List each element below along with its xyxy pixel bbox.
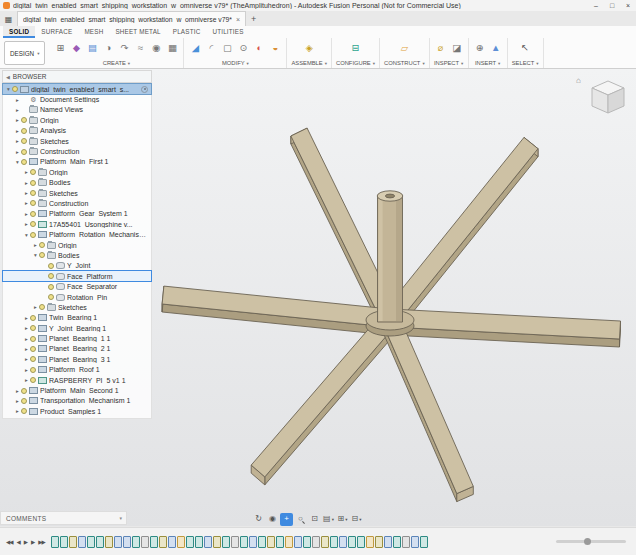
document-tab[interactable]: digital_twin_enabled_smart_shipping_work… bbox=[17, 11, 246, 26]
visibility-bulb-icon[interactable] bbox=[39, 304, 45, 310]
activate-component-radio[interactable] bbox=[141, 86, 148, 93]
timeline-go-to-end-button[interactable]: ▶▶ bbox=[36, 539, 46, 545]
timeline-feature-36[interactable] bbox=[375, 536, 383, 548]
timeline-feature-40[interactable] bbox=[411, 536, 419, 548]
visibility-bulb-icon[interactable] bbox=[30, 336, 36, 342]
browser-item-planet-bearing-2-1[interactable]: ▸Planet_Bearing_2 1 bbox=[3, 344, 151, 354]
timeline-feature-24[interactable] bbox=[267, 536, 275, 548]
timeline-play-button[interactable]: ▶ bbox=[22, 539, 29, 545]
visibility-bulb-icon[interactable] bbox=[21, 398, 27, 404]
timeline-feature-7[interactable] bbox=[114, 536, 122, 548]
timeline-feature-0[interactable] bbox=[51, 536, 59, 548]
timeline-feature-10[interactable] bbox=[141, 536, 149, 548]
tree-collapsed-arrow-icon[interactable]: ▸ bbox=[23, 336, 30, 342]
visibility-bulb-icon[interactable] bbox=[21, 117, 27, 123]
visibility-bulb-icon[interactable] bbox=[21, 159, 27, 165]
browser-item-digital-twin-enabled-smart-s[interactable]: ▾digital_twin_enabled_smart_s... bbox=[3, 84, 151, 94]
tree-collapsed-arrow-icon[interactable]: ▸ bbox=[32, 304, 39, 310]
timeline-zoom-slider[interactable] bbox=[556, 540, 626, 543]
tree-collapsed-arrow-icon[interactable]: ▸ bbox=[23, 180, 30, 186]
ribbon-tab-plastic[interactable]: PLASTIC bbox=[167, 26, 207, 38]
tree-collapsed-arrow-icon[interactable]: ▸ bbox=[14, 128, 21, 134]
timeline-feature-23[interactable] bbox=[258, 536, 266, 548]
visibility-bulb-icon[interactable] bbox=[39, 252, 45, 258]
create-form-icon[interactable]: ◆ bbox=[69, 41, 83, 55]
visibility-bulb-icon[interactable] bbox=[30, 190, 36, 196]
timeline-feature-41[interactable] bbox=[420, 536, 428, 548]
browser-item-platform-main-second-1[interactable]: ▸Platform_Main_Second 1 bbox=[3, 385, 151, 395]
insert-derive-icon[interactable]: ⊕ bbox=[473, 41, 487, 55]
timeline-feature-9[interactable] bbox=[132, 536, 140, 548]
chevron-down-icon[interactable]: ▾ bbox=[373, 61, 375, 66]
chevron-down-icon[interactable]: ▾ bbox=[422, 61, 424, 66]
browser-item-sketches[interactable]: ▸Sketches bbox=[3, 188, 151, 198]
timeline-feature-22[interactable] bbox=[249, 536, 257, 548]
timeline-feature-32[interactable] bbox=[339, 536, 347, 548]
visibility-bulb-icon[interactable] bbox=[39, 242, 45, 248]
chevron-down-icon[interactable]: ▾ bbox=[461, 61, 463, 66]
browser-item-twin-bearing-1[interactable]: ▸Twin_Bearing 1 bbox=[3, 313, 151, 323]
browser-item-y-joint[interactable]: Y_Joint bbox=[3, 261, 151, 271]
select-cursor-icon[interactable]: ↖ bbox=[518, 41, 532, 55]
timeline-feature-6[interactable] bbox=[105, 536, 113, 548]
browser-item-platform-rotation-mechanism-1[interactable]: ▾Platform_Rotation_Mechanism 1 bbox=[3, 229, 151, 239]
browser-item-sketches[interactable]: ▸Sketches bbox=[3, 302, 151, 312]
timeline-feature-5[interactable] bbox=[96, 536, 104, 548]
chevron-down-icon[interactable]: ▾ bbox=[536, 61, 538, 66]
browser-item-origin[interactable]: ▸Origin bbox=[3, 115, 151, 125]
timeline-feature-13[interactable] bbox=[168, 536, 176, 548]
tree-collapsed-arrow-icon[interactable]: ▸ bbox=[14, 97, 21, 103]
nav-fit-button[interactable]: ⊡ bbox=[308, 513, 321, 526]
tab-close-icon[interactable]: × bbox=[236, 16, 240, 23]
visibility-bulb-icon[interactable] bbox=[30, 356, 36, 362]
browser-item-planet-bearing-1-1[interactable]: ▸Planet_Bearing_1 1 bbox=[3, 333, 151, 343]
tree-collapsed-arrow-icon[interactable]: ▸ bbox=[14, 107, 21, 113]
tree-collapsed-arrow-icon[interactable]: ▸ bbox=[23, 325, 30, 331]
browser-item-bodies[interactable]: ▾Bodies bbox=[3, 250, 151, 260]
timeline-feature-3[interactable] bbox=[78, 536, 86, 548]
timeline-feature-14[interactable] bbox=[177, 536, 185, 548]
tree-collapsed-arrow-icon[interactable]: ▸ bbox=[23, 346, 30, 352]
minimize-button[interactable]: – bbox=[588, 0, 604, 11]
visibility-bulb-icon[interactable] bbox=[30, 346, 36, 352]
timeline-feature-27[interactable] bbox=[294, 536, 302, 548]
tree-collapsed-arrow-icon[interactable]: ▸ bbox=[32, 242, 39, 248]
comments-bar[interactable]: COMMENTS ▾ bbox=[0, 511, 127, 525]
section-analysis-icon[interactable]: ◪ bbox=[450, 41, 464, 55]
fillet-icon[interactable]: ◜ bbox=[204, 41, 218, 55]
press-pull-icon[interactable]: ◢ bbox=[188, 41, 202, 55]
browser-item-construction[interactable]: ▸Construction bbox=[3, 146, 151, 156]
visibility-bulb-icon[interactable] bbox=[30, 180, 36, 186]
browser-item-planet-bearing-3-1[interactable]: ▸Planet_Bearing_3 1 bbox=[3, 354, 151, 364]
insert-mesh-icon[interactable]: ▲ bbox=[489, 41, 503, 55]
browser-item-bodies[interactable]: ▸Bodies bbox=[3, 178, 151, 188]
new-component-icon[interactable]: ⊞ bbox=[53, 41, 67, 55]
browser-item-platform-main-first-1[interactable]: ▾Platform_Main_First 1 bbox=[3, 157, 151, 167]
browser-item-platform-gear-system-1[interactable]: ▸Platform_Gear_System 1 bbox=[3, 209, 151, 219]
visibility-bulb-icon[interactable] bbox=[21, 138, 27, 144]
visibility-bulb-icon[interactable] bbox=[21, 149, 27, 155]
visibility-bulb-icon[interactable] bbox=[30, 377, 36, 383]
browser-item-face-platform[interactable]: Face_Platform bbox=[3, 271, 151, 281]
chevron-down-icon[interactable]: ▾ bbox=[498, 61, 500, 66]
new-tab-button[interactable]: + bbox=[246, 12, 261, 26]
browser-item-face-separator[interactable]: Face_Separator bbox=[3, 281, 151, 291]
timeline-step-back-button[interactable]: ◀ bbox=[14, 539, 21, 545]
timeline-feature-8[interactable] bbox=[123, 536, 131, 548]
revolve-icon[interactable]: ◑ bbox=[101, 41, 115, 55]
tree-expanded-arrow-icon[interactable]: ▾ bbox=[23, 232, 30, 238]
nav-orbit-button[interactable]: ↻ bbox=[252, 513, 265, 526]
assemble-joint-icon[interactable]: ◈ bbox=[302, 41, 316, 55]
visibility-bulb-icon[interactable] bbox=[12, 86, 18, 92]
timeline-feature-31[interactable] bbox=[330, 536, 338, 548]
tree-expanded-arrow-icon[interactable]: ▾ bbox=[32, 252, 39, 258]
browser-item-construction[interactable]: ▸Construction bbox=[3, 198, 151, 208]
timeline-feature-28[interactable] bbox=[303, 536, 311, 548]
browser-item-platform-roof-1[interactable]: ▸Platform_Roof 1 bbox=[3, 365, 151, 375]
tree-collapsed-arrow-icon[interactable]: ▸ bbox=[14, 388, 21, 394]
tree-collapsed-arrow-icon[interactable]: ▸ bbox=[23, 190, 30, 196]
extrude-icon[interactable]: ▤ bbox=[85, 41, 99, 55]
timeline-feature-38[interactable] bbox=[393, 536, 401, 548]
visibility-bulb-icon[interactable] bbox=[30, 232, 36, 238]
appearance-icon[interactable]: ◐ bbox=[252, 41, 266, 55]
